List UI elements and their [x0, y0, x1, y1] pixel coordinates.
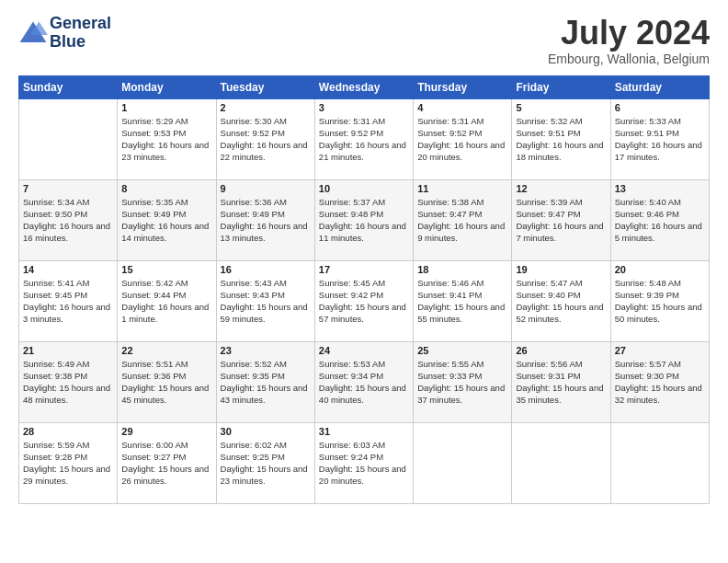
col-wednesday: Wednesday	[314, 75, 413, 98]
table-row: 16 Sunrise: 5:43 AMSunset: 9:43 PMDaylig…	[216, 260, 314, 341]
day-info: Sunrise: 5:37 AMSunset: 9:48 PMDaylight:…	[319, 197, 406, 244]
table-row: 18 Sunrise: 5:46 AMSunset: 9:41 PMDaylig…	[414, 260, 512, 341]
day-info: Sunrise: 5:30 AMSunset: 9:52 PMDaylight:…	[221, 116, 308, 163]
table-row: 19 Sunrise: 5:47 AMSunset: 9:40 PMDaylig…	[512, 260, 610, 341]
logo: General Blue	[18, 15, 111, 52]
day-info: Sunrise: 5:45 AMSunset: 9:42 PMDaylight:…	[319, 278, 406, 325]
day-number: 29	[121, 426, 211, 437]
calendar-week-row: 1 Sunrise: 5:29 AMSunset: 9:53 PMDayligh…	[19, 98, 710, 179]
day-info: Sunrise: 5:42 AMSunset: 9:44 PMDaylight:…	[121, 278, 209, 325]
day-number: 7	[23, 183, 113, 194]
day-number: 11	[417, 183, 507, 194]
day-number: 19	[516, 264, 606, 275]
calendar-week-row: 7 Sunrise: 5:34 AMSunset: 9:50 PMDayligh…	[19, 179, 710, 260]
day-number: 27	[615, 345, 705, 356]
day-number: 21	[23, 345, 113, 356]
day-number: 22	[121, 345, 211, 356]
table-row: 24 Sunrise: 5:53 AMSunset: 9:34 PMDaylig…	[314, 341, 413, 422]
col-friday: Friday	[512, 75, 610, 98]
table-row: 7 Sunrise: 5:34 AMSunset: 9:50 PMDayligh…	[19, 179, 118, 260]
table-row: 28 Sunrise: 5:59 AMSunset: 9:28 PMDaylig…	[19, 422, 118, 503]
day-number: 25	[417, 345, 507, 356]
day-info: Sunrise: 5:33 AMSunset: 9:51 PMDaylight:…	[615, 116, 702, 163]
page-container: General Blue July 2024 Embourg, Wallonia…	[0, 0, 728, 513]
table-row: 17 Sunrise: 5:45 AMSunset: 9:42 PMDaylig…	[314, 260, 413, 341]
table-row: 15 Sunrise: 5:42 AMSunset: 9:44 PMDaylig…	[118, 260, 216, 341]
calendar-header-row: Sunday Monday Tuesday Wednesday Thursday…	[19, 75, 710, 98]
col-saturday: Saturday	[610, 75, 709, 98]
day-info: Sunrise: 5:53 AMSunset: 9:34 PMDaylight:…	[319, 359, 406, 406]
table-row: 8 Sunrise: 5:35 AMSunset: 9:49 PMDayligh…	[118, 179, 216, 260]
table-row: 14 Sunrise: 5:41 AMSunset: 9:45 PMDaylig…	[19, 260, 118, 341]
table-row: 26 Sunrise: 5:56 AMSunset: 9:31 PMDaylig…	[512, 341, 610, 422]
table-row	[414, 422, 512, 503]
table-row: 6 Sunrise: 5:33 AMSunset: 9:51 PMDayligh…	[610, 98, 709, 179]
day-info: Sunrise: 6:00 AMSunset: 9:27 PMDaylight:…	[121, 440, 209, 487]
col-sunday: Sunday	[19, 75, 118, 98]
day-number: 2	[221, 102, 311, 113]
day-info: Sunrise: 5:29 AMSunset: 9:53 PMDaylight:…	[121, 116, 209, 163]
table-row: 4 Sunrise: 5:31 AMSunset: 9:52 PMDayligh…	[414, 98, 512, 179]
day-info: Sunrise: 5:55 AMSunset: 9:33 PMDaylight:…	[417, 359, 505, 406]
day-number: 14	[23, 264, 113, 275]
table-row: 2 Sunrise: 5:30 AMSunset: 9:52 PMDayligh…	[216, 98, 314, 179]
day-number: 30	[221, 426, 311, 437]
day-number: 8	[121, 183, 211, 194]
table-row: 25 Sunrise: 5:55 AMSunset: 9:33 PMDaylig…	[414, 341, 512, 422]
col-thursday: Thursday	[414, 75, 512, 98]
table-row: 30 Sunrise: 6:02 AMSunset: 9:25 PMDaylig…	[216, 422, 314, 503]
day-info: Sunrise: 5:38 AMSunset: 9:47 PMDaylight:…	[417, 197, 505, 244]
table-row: 23 Sunrise: 5:52 AMSunset: 9:35 PMDaylig…	[216, 341, 314, 422]
title-area: July 2024 Embourg, Wallonia, Belgium	[548, 15, 710, 66]
table-row: 11 Sunrise: 5:38 AMSunset: 9:47 PMDaylig…	[414, 179, 512, 260]
col-tuesday: Tuesday	[216, 75, 314, 98]
location: Embourg, Wallonia, Belgium	[548, 52, 710, 66]
day-info: Sunrise: 5:34 AMSunset: 9:50 PMDaylight:…	[23, 197, 110, 244]
day-info: Sunrise: 5:57 AMSunset: 9:30 PMDaylight:…	[615, 359, 702, 406]
day-info: Sunrise: 5:51 AMSunset: 9:36 PMDaylight:…	[121, 359, 209, 406]
day-info: Sunrise: 5:39 AMSunset: 9:47 PMDaylight:…	[516, 197, 603, 244]
day-info: Sunrise: 5:56 AMSunset: 9:31 PMDaylight:…	[516, 359, 603, 406]
day-info: Sunrise: 5:49 AMSunset: 9:38 PMDaylight:…	[23, 359, 110, 406]
day-info: Sunrise: 5:35 AMSunset: 9:49 PMDaylight:…	[121, 197, 209, 244]
logo-text: General Blue	[50, 15, 111, 52]
table-row: 3 Sunrise: 5:31 AMSunset: 9:52 PMDayligh…	[314, 98, 413, 179]
day-number: 26	[516, 345, 606, 356]
table-row: 12 Sunrise: 5:39 AMSunset: 9:47 PMDaylig…	[512, 179, 610, 260]
day-info: Sunrise: 5:32 AMSunset: 9:51 PMDaylight:…	[516, 116, 603, 163]
table-row: 27 Sunrise: 5:57 AMSunset: 9:30 PMDaylig…	[610, 341, 709, 422]
day-number: 15	[121, 264, 211, 275]
table-row: 29 Sunrise: 6:00 AMSunset: 9:27 PMDaylig…	[118, 422, 216, 503]
day-number: 6	[615, 102, 705, 113]
day-info: Sunrise: 5:48 AMSunset: 9:39 PMDaylight:…	[615, 278, 702, 325]
day-number: 20	[615, 264, 705, 275]
calendar-week-row: 21 Sunrise: 5:49 AMSunset: 9:38 PMDaylig…	[19, 341, 710, 422]
day-info: Sunrise: 6:03 AMSunset: 9:24 PMDaylight:…	[319, 440, 406, 487]
logo-icon	[18, 20, 48, 46]
day-number: 10	[319, 183, 409, 194]
table-row: 21 Sunrise: 5:49 AMSunset: 9:38 PMDaylig…	[19, 341, 118, 422]
table-row	[610, 422, 709, 503]
day-number: 13	[615, 183, 705, 194]
day-info: Sunrise: 5:40 AMSunset: 9:46 PMDaylight:…	[615, 197, 702, 244]
day-number: 4	[417, 102, 507, 113]
table-row	[19, 98, 118, 179]
day-number: 5	[516, 102, 606, 113]
table-row: 9 Sunrise: 5:36 AMSunset: 9:49 PMDayligh…	[216, 179, 314, 260]
table-row: 20 Sunrise: 5:48 AMSunset: 9:39 PMDaylig…	[610, 260, 709, 341]
month-title: July 2024	[548, 15, 710, 52]
day-number: 1	[121, 102, 211, 113]
day-info: Sunrise: 6:02 AMSunset: 9:25 PMDaylight:…	[221, 440, 308, 487]
day-info: Sunrise: 5:31 AMSunset: 9:52 PMDaylight:…	[319, 116, 406, 163]
calendar-week-row: 28 Sunrise: 5:59 AMSunset: 9:28 PMDaylig…	[19, 422, 710, 503]
table-row	[512, 422, 610, 503]
table-row: 5 Sunrise: 5:32 AMSunset: 9:51 PMDayligh…	[512, 98, 610, 179]
day-info: Sunrise: 5:43 AMSunset: 9:43 PMDaylight:…	[221, 278, 308, 325]
day-number: 31	[319, 426, 409, 437]
calendar-table: Sunday Monday Tuesday Wednesday Thursday…	[18, 75, 710, 504]
day-info: Sunrise: 5:46 AMSunset: 9:41 PMDaylight:…	[417, 278, 505, 325]
calendar-week-row: 14 Sunrise: 5:41 AMSunset: 9:45 PMDaylig…	[19, 260, 710, 341]
day-info: Sunrise: 5:41 AMSunset: 9:45 PMDaylight:…	[23, 278, 110, 325]
table-row: 10 Sunrise: 5:37 AMSunset: 9:48 PMDaylig…	[314, 179, 413, 260]
table-row: 31 Sunrise: 6:03 AMSunset: 9:24 PMDaylig…	[314, 422, 413, 503]
